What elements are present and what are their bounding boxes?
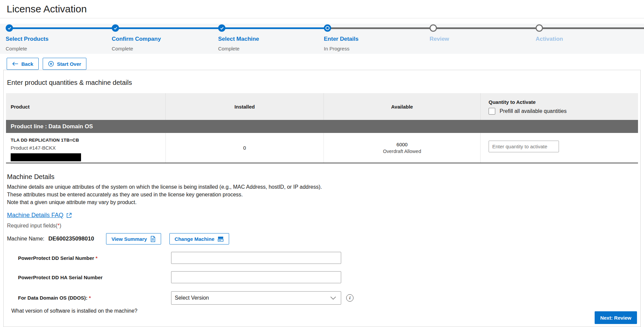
toolbar: Back Start Over	[7, 58, 644, 70]
back-button[interactable]: Back	[7, 58, 39, 70]
field-label-text: For Data Domain OS (DDOS):	[18, 295, 87, 301]
required-fields-note: Required input fields(*)	[7, 223, 640, 229]
view-summary-label: View Summary	[111, 236, 147, 242]
form-row-dd-serial: PowerProtect DD Serial Number *	[11, 252, 640, 264]
ddos-version-label: For Data Domain OS (DDOS): *	[11, 291, 171, 301]
machine-details-form: PowerProtect DD Serial Number * PowerPro…	[11, 252, 640, 314]
redacted-text-bar	[11, 153, 81, 161]
select-value: Select Version	[175, 295, 209, 301]
column-header-quantity: Quantity to Activate Prefill all availab…	[481, 93, 638, 120]
machine-details-faq-link[interactable]: Machine Details FAQ	[7, 212, 72, 219]
field-label-text: PowerProtect DD HA Serial Number	[18, 275, 103, 280]
step-label: Select Machine	[218, 36, 318, 42]
step-label: Confirm Company	[112, 36, 212, 42]
product-cell: TLA DD REPLICATION 1TB=CB Product #147-B…	[6, 133, 166, 163]
machine-details-section: Machine Details Machine details are uniq…	[7, 173, 640, 314]
dd-ha-serial-label: PowerProtect DD HA Serial Number	[11, 275, 171, 280]
server-icon	[217, 236, 224, 242]
main-panel: Enter product quantities & machine detai…	[3, 70, 641, 327]
quantity-cell	[481, 133, 638, 163]
ddos-version-help-text: What version of software is installed on…	[11, 308, 171, 314]
available-cell: 6000 Overdraft Allowed	[324, 133, 481, 163]
prefill-label[interactable]: Prefill all available quantities	[500, 108, 567, 114]
step-label: Select Products	[6, 36, 106, 42]
start-over-button[interactable]: Start Over	[43, 58, 87, 70]
description-line: These attributes must be entered accurat…	[7, 191, 640, 198]
table-row: TLA DD REPLICATION 1TB=CB Product #147-B…	[6, 133, 638, 163]
stepper-track-completed	[9, 27, 328, 29]
installed-value: 0	[243, 145, 246, 151]
form-row-dd-ha-serial: PowerProtect DD HA Serial Number	[11, 271, 640, 283]
machine-name-label: Machine Name:	[7, 236, 44, 242]
change-machine-button[interactable]: Change Machine	[169, 233, 229, 244]
step-label: Enter Details	[324, 36, 424, 42]
prefill-option: Prefill all available quantities	[489, 108, 638, 115]
field-label-text: PowerProtect DD Serial Number	[18, 255, 94, 261]
faq-link-text: Machine Details FAQ	[7, 212, 63, 219]
product-line-group-header: Product line : Data Domain OS	[6, 120, 638, 133]
ddos-version-select[interactable]: Select Version	[171, 291, 341, 305]
quantity-column-title: Quantity to Activate	[489, 99, 638, 105]
step-review: Review	[430, 24, 530, 42]
view-summary-button[interactable]: View Summary	[106, 233, 161, 244]
circle-x-icon	[48, 61, 54, 67]
ddos-label-column: For Data Domain OS (DDOS): * What versio…	[11, 291, 171, 314]
table-header-row: Product Installed Available Quantity to …	[6, 93, 638, 120]
current-step-dot	[326, 27, 329, 29]
product-number: Product #147-BCKX	[11, 145, 165, 151]
step-enter-details[interactable]: Enter Details In Progress	[324, 24, 424, 51]
external-link-icon	[66, 212, 72, 219]
step-label: Review	[430, 36, 530, 42]
start-over-button-label: Start Over	[57, 61, 81, 67]
required-note-prefix: Required input fields(	[7, 223, 57, 228]
machine-details-description: Machine details are unique attributes of…	[7, 183, 640, 206]
document-icon	[150, 236, 156, 242]
required-note-suffix: )	[59, 223, 61, 228]
step-label: Activation	[536, 36, 636, 42]
next-review-button[interactable]: Next: Review	[595, 311, 637, 324]
product-name: TLA DD REPLICATION 1TB=CB	[11, 138, 165, 143]
required-asterisk: *	[89, 295, 91, 301]
dd-serial-input[interactable]	[171, 252, 341, 264]
check-icon	[113, 26, 118, 30]
dd-serial-label: PowerProtect DD Serial Number *	[11, 255, 171, 261]
description-line: Machine details are unique attributes of…	[7, 183, 640, 191]
installed-cell: 0	[166, 133, 324, 163]
check-icon	[7, 26, 12, 30]
title-divider	[0, 18, 644, 18]
step-status: Complete	[112, 46, 212, 51]
prefill-checkbox[interactable]	[489, 108, 495, 115]
step-activation: Activation	[536, 24, 636, 42]
page-title: License Activation	[7, 3, 644, 15]
machine-name-row: Machine Name: DE600235098010 View Summar…	[7, 233, 640, 244]
description-line: Note that a given unique attribute may v…	[7, 198, 640, 206]
column-header-installed: Installed	[166, 93, 324, 120]
overdraft-note: Overdraft Allowed	[383, 149, 421, 154]
quantity-to-activate-input[interactable]	[489, 141, 559, 152]
back-button-label: Back	[21, 61, 33, 67]
product-quantities-table: Product Installed Available Quantity to …	[6, 93, 638, 163]
chevron-down-icon	[330, 296, 336, 300]
info-icon[interactable]: i	[346, 294, 354, 302]
available-value: 6000	[397, 142, 408, 147]
column-header-product: Product	[6, 93, 166, 120]
step-status: In Progress	[324, 46, 424, 51]
progress-stepper: Select Products Complete Confirm Company…	[0, 24, 644, 54]
machine-details-heading: Machine Details	[7, 173, 640, 181]
step-status: Complete	[6, 46, 106, 51]
dd-ha-serial-input[interactable]	[171, 271, 341, 283]
check-icon	[220, 26, 224, 30]
arrow-left-icon	[12, 61, 18, 66]
column-header-available: Available	[324, 93, 481, 120]
form-row-ddos-version: For Data Domain OS (DDOS): * What versio…	[11, 291, 640, 314]
change-machine-label: Change Machine	[175, 236, 214, 242]
step-status: Complete	[218, 46, 318, 51]
machine-name-value: DE600235098010	[48, 235, 94, 242]
section-heading: Enter product quantities & machine detai…	[7, 79, 640, 87]
required-asterisk: *	[96, 255, 98, 261]
